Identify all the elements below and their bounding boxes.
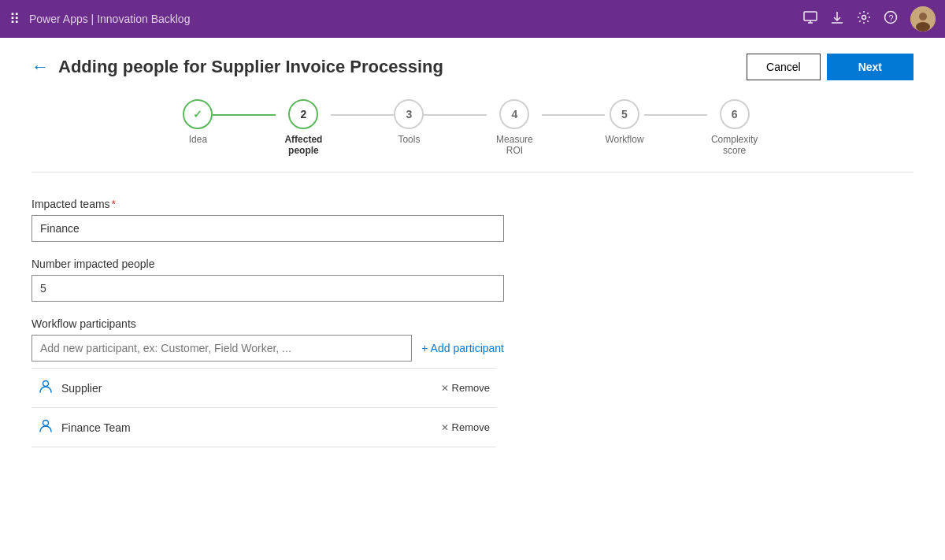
number-impacted-input[interactable]	[32, 275, 504, 302]
cancel-button[interactable]: Cancel	[747, 54, 821, 80]
step-item-complexity: 6 Complexity score	[707, 99, 762, 156]
add-participant-row: + Add participant	[32, 335, 504, 362]
form-section: Impacted teams* Number impacted people W…	[32, 198, 504, 447]
impacted-teams-label: Impacted teams*	[32, 198, 504, 210]
step-circle-affected: 2	[288, 99, 318, 129]
step-label-idea: Idea	[189, 134, 207, 145]
step-item-roi: 4 Measure ROI	[487, 99, 542, 156]
app-title: Power Apps | Innovation Backlog	[29, 13, 190, 25]
svg-point-11	[43, 381, 49, 387]
stepper: ✓ Idea 2 Affected people 3 Tools 4 Measu…	[32, 99, 914, 172]
remove-x-icon-supplier: ✕	[441, 383, 449, 394]
help-icon[interactable]: ?	[884, 10, 898, 28]
svg-point-10	[916, 22, 930, 32]
svg-point-12	[43, 421, 49, 426]
remove-supplier-button[interactable]: ✕ Remove	[441, 382, 490, 394]
svg-point-5	[862, 16, 866, 20]
download-icon[interactable]	[830, 10, 844, 28]
next-button[interactable]: Next	[827, 54, 914, 80]
main-content: ← Adding people for Supplier Invoice Pro…	[0, 38, 945, 479]
number-impacted-label: Number impacted people	[32, 258, 504, 270]
number-impacted-group: Number impacted people	[32, 258, 504, 302]
participant-list: Supplier ✕ Remove	[32, 368, 496, 447]
svg-rect-0	[804, 12, 817, 20]
step-label-affected: Affected people	[276, 134, 331, 156]
monitor-icon[interactable]	[803, 10, 817, 28]
svg-point-9	[919, 13, 927, 20]
step-item-idea: ✓ Idea	[183, 99, 213, 145]
participant-left-finance: Finance Team	[38, 417, 131, 437]
step-circle-tools: 3	[394, 99, 424, 129]
step-connector-1	[213, 114, 276, 116]
settings-icon[interactable]	[857, 10, 871, 28]
svg-text:?: ?	[889, 13, 894, 23]
person-icon-finance	[38, 417, 54, 437]
step-item-workflow: 5 Workflow	[605, 99, 643, 145]
step-item-tools: 3 Tools	[394, 99, 424, 145]
avatar[interactable]	[910, 6, 936, 32]
list-item: Supplier ✕ Remove	[32, 369, 496, 408]
step-label-complexity: Complexity score	[707, 134, 762, 156]
participant-left-supplier: Supplier	[38, 378, 102, 398]
step-circle-workflow: 5	[610, 99, 639, 129]
person-icon-supplier	[38, 378, 54, 398]
step-connector-3	[424, 114, 487, 116]
workflow-participants-group: Workflow participants + Add participant	[32, 317, 504, 447]
back-button[interactable]: ←	[32, 58, 49, 76]
step-circle-idea: ✓	[183, 99, 213, 129]
impacted-teams-input[interactable]	[32, 215, 504, 242]
participant-name-supplier: Supplier	[61, 382, 102, 395]
participant-input[interactable]	[32, 335, 412, 362]
impacted-teams-group: Impacted teams*	[32, 198, 504, 242]
required-indicator: *	[112, 198, 116, 210]
step-label-roi: Measure ROI	[487, 134, 542, 156]
add-participant-button[interactable]: + Add participant	[421, 342, 504, 354]
step-label-tools: Tools	[398, 134, 420, 145]
workflow-participants-label: Workflow participants	[32, 317, 504, 330]
topbar: ⠿ Power Apps | Innovation Backlog	[0, 0, 945, 38]
waffle-icon[interactable]: ⠿	[9, 10, 20, 28]
header-row: ← Adding people for Supplier Invoice Pro…	[32, 54, 914, 80]
step-circle-complexity: 6	[720, 99, 750, 129]
step-connector-2	[331, 114, 394, 116]
step-item-affected: 2 Affected people	[276, 99, 331, 156]
participant-name-finance: Finance Team	[61, 421, 131, 434]
step-connector-5	[644, 114, 707, 116]
page-title: Adding people for Supplier Invoice Proce…	[58, 57, 443, 77]
remove-x-icon-finance: ✕	[441, 422, 449, 433]
step-label-workflow: Workflow	[605, 134, 643, 145]
remove-finance-button[interactable]: ✕ Remove	[441, 421, 490, 433]
step-connector-4	[542, 114, 605, 116]
step-circle-roi: 4	[499, 99, 529, 129]
list-item: Finance Team ✕ Remove	[32, 408, 496, 447]
